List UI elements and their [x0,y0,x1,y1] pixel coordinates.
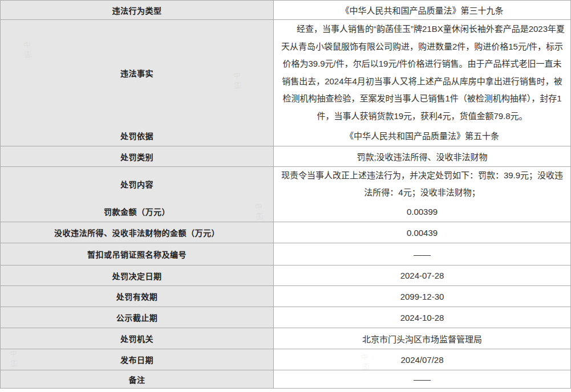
row-label: 暂扣或吊销证照名称及编号 [1,243,274,265]
table-row-penalty-basis: 处罚依据 《中华人民共和国产品质量法》第五十条 [1,125,570,146]
table-row-violation-facts: 违法事实 经查，当事人销售的“韵菡佳玉”牌21BX童休闲长袖外套产品是2023年… [1,20,570,125]
table-row-publicity-deadline: 公示截止期 2024-10-28 [1,307,570,328]
row-label: 违法行为类型 [1,1,274,19]
row-label: 处罚依据 [1,125,274,146]
row-value: 《中华人民共和国产品质量法》第三十九条 [274,1,570,19]
row-label: 违法事实 [1,20,274,125]
row-label: 发布日期 [1,349,274,370]
row-value: 0.00439 [274,222,570,243]
table-row-violation-type: 违法行为类型 《中华人民共和国产品质量法》第三十九条 [1,1,570,20]
row-value: 北京市门头沟区市场监督管理局 [274,328,570,349]
table-row-confiscation-amount: 没收违法所得、没收非法财物的金额（万元） 0.00439 [1,222,570,243]
table-row-penalty-content: 处罚内容 现责令当事人改正上述违法行为，并决定处罚如下：罚款：39.9元；没收违… [1,167,570,201]
row-value: —— [274,370,570,388]
penalty-table: 违法行为类型 《中华人民共和国产品质量法》第三十九条 违法事实 经查，当事人销售… [0,0,571,389]
row-label: 处罚机关 [1,328,274,349]
row-label: 罚款金额（万元） [1,201,274,222]
row-value: 罚款;没收违法所得、没收非法财物 [274,146,570,166]
row-label: 没收违法所得、没收非法财物的金额（万元） [1,222,274,243]
row-label: 处罚类别 [1,146,274,166]
table-row-decision-date: 处罚决定日期 2024-07-28 [1,266,570,286]
row-value: 2024-07-28 [274,266,570,285]
row-label: 备注 [1,370,274,388]
row-value: 2024-10-28 [274,307,570,328]
row-value: 2024/07/28 [274,349,570,370]
table-row-remarks: 备注 —— [1,370,570,389]
penalty-record-page: 违法行为类型 《中华人民共和国产品质量法》第三十九条 违法事实 经查，当事人销售… [0,0,571,392]
row-value: 《中华人民共和国产品质量法》第五十条 [274,125,570,146]
row-value: —— [274,243,570,265]
table-row-fine-amount: 罚款金额（万元） 0.00399 [1,201,570,222]
row-label: 公示截止期 [1,307,274,328]
row-label: 处罚内容 [1,167,274,201]
table-row-validity-period: 处罚有效期 2099-12-30 [1,286,570,307]
table-row-publish-date: 发布日期 2024/07/28 [1,349,570,370]
row-value: 0.00399 [274,201,570,222]
row-label: 处罚决定日期 [1,266,274,285]
row-value: 2099-12-30 [274,286,570,307]
row-value: 现责令当事人改正上述违法行为，并决定处罚如下：罚款：39.9元；没收违法所得：4… [274,167,570,201]
table-row-penalty-authority: 处罚机关 北京市门头沟区市场监督管理局 [1,328,570,349]
table-row-license-revocation: 暂扣或吊销证照名称及编号 —— [1,243,570,266]
table-row-penalty-category: 处罚类别 罚款;没收违法所得、没收非法财物 [1,146,570,167]
row-value: 经查，当事人销售的“韵菡佳玉”牌21BX童休闲长袖外套产品是2023年夏天从青岛… [274,20,570,125]
row-label: 处罚有效期 [1,286,274,307]
